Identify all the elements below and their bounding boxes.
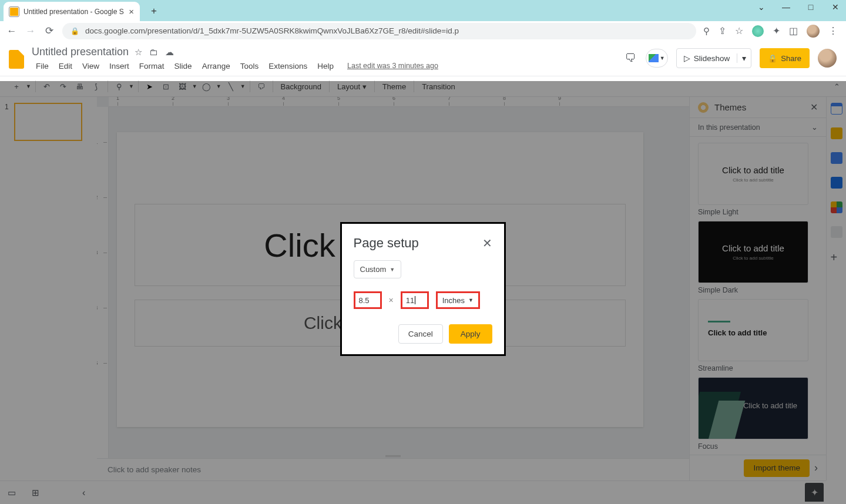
comments-icon[interactable]: 🗨	[625, 52, 637, 65]
browser-tab-strip: Untitled presentation - Google Slides × …	[0, 0, 846, 21]
height-input[interactable]: 11	[401, 291, 429, 309]
address-bar: ← → ⟳ 🔒 docs.google.com/presentation/d/1…	[0, 21, 846, 41]
close-dialog-icon[interactable]: ✕	[482, 236, 492, 250]
url-input[interactable]: 🔒 docs.google.com/presentation/d/1_5dxk7…	[62, 23, 696, 39]
dialog-title: Page setup	[354, 236, 419, 251]
minimize-icon[interactable]: —	[779, 2, 793, 12]
chevron-down-icon[interactable]: ⌄	[754, 2, 768, 12]
bookmark-icon[interactable]: ☆	[735, 25, 743, 36]
back-button[interactable]: ←	[6, 25, 18, 37]
menu-extensions[interactable]: Extensions	[264, 61, 311, 72]
extensions-icon[interactable]: ✦	[773, 25, 780, 36]
new-tab-button[interactable]: +	[146, 3, 162, 19]
profile-avatar[interactable]	[807, 25, 820, 38]
lock-icon: 🔒	[768, 54, 777, 63]
star-icon[interactable]: ☆	[135, 47, 142, 58]
sidepanel-icon[interactable]: ◫	[789, 25, 798, 36]
apply-button[interactable]: Apply	[449, 324, 492, 344]
share-button[interactable]: 🔒Share	[760, 48, 810, 68]
browser-tab[interactable]: Untitled presentation - Google Slides ×	[4, 2, 140, 21]
app-header: Untitled presentation ☆ 🗀 ☁ File Edit Vi…	[0, 41, 846, 76]
cloud-status-icon[interactable]: ☁	[165, 47, 174, 58]
units-select[interactable]: Inches▼	[436, 291, 480, 309]
lock-icon: 🔒	[70, 27, 79, 35]
menu-file[interactable]: File	[32, 61, 53, 72]
close-window-icon[interactable]: ✕	[828, 2, 842, 12]
chevron-down-icon: ▼	[390, 267, 395, 273]
menu-view[interactable]: View	[78, 61, 103, 72]
modal-overlay: Page setup ✕ Custom ▼ 8.5 × 11 Inches▼ C…	[0, 81, 846, 504]
extension-icon-1[interactable]	[752, 25, 764, 37]
menu-help[interactable]: Help	[313, 61, 338, 72]
menu-insert[interactable]: Insert	[105, 61, 133, 72]
slides-app: Untitled presentation ☆ 🗀 ☁ File Edit Vi…	[0, 41, 846, 504]
move-icon[interactable]: 🗀	[149, 47, 158, 58]
slideshow-button[interactable]: ▷Slideshow ▾	[676, 48, 752, 68]
account-avatar[interactable]	[818, 49, 837, 68]
times-icon: ×	[389, 295, 394, 305]
slides-favicon	[9, 7, 19, 16]
zoom-icon[interactable]: ⚲	[703, 26, 710, 36]
menu-slide[interactable]: Slide	[170, 61, 196, 72]
forward-button[interactable]: →	[25, 25, 36, 37]
menu-edit[interactable]: Edit	[55, 61, 76, 72]
window-controls: ⌄ — □ ✕	[754, 2, 842, 12]
slides-logo[interactable]	[5, 48, 28, 71]
close-tab-icon[interactable]: ×	[129, 6, 134, 16]
cancel-button[interactable]: Cancel	[398, 324, 443, 344]
slideshow-dropdown[interactable]: ▾	[737, 53, 751, 63]
share-page-icon[interactable]: ⇪	[719, 25, 726, 36]
reload-button[interactable]: ⟳	[43, 25, 55, 37]
menu-bar: File Edit View Insert Format Slide Arran…	[32, 61, 625, 72]
tab-title: Untitled presentation - Google Slides	[24, 8, 124, 16]
menu-format[interactable]: Format	[135, 61, 169, 72]
page-setup-dialog: Page setup ✕ Custom ▼ 8.5 × 11 Inches▼ C…	[340, 222, 506, 356]
url-text: docs.google.com/presentation/d/1_5dxk7mr…	[85, 26, 459, 35]
meet-button[interactable]: ▼	[646, 49, 668, 68]
width-input[interactable]: 8.5	[354, 291, 382, 309]
document-title[interactable]: Untitled presentation	[32, 46, 129, 58]
size-preset-select[interactable]: Custom ▼	[354, 260, 402, 278]
maximize-icon[interactable]: □	[804, 2, 818, 12]
kebab-menu-icon[interactable]: ⋮	[828, 25, 838, 36]
play-icon: ▷	[684, 53, 690, 63]
last-edit-link[interactable]: Last edit was 3 minutes ago	[343, 61, 442, 71]
menu-arrange[interactable]: Arrange	[198, 61, 234, 72]
menu-tools[interactable]: Tools	[236, 61, 263, 72]
address-actions: ⚲ ⇪ ☆ ✦ ◫ ⋮	[703, 25, 840, 38]
